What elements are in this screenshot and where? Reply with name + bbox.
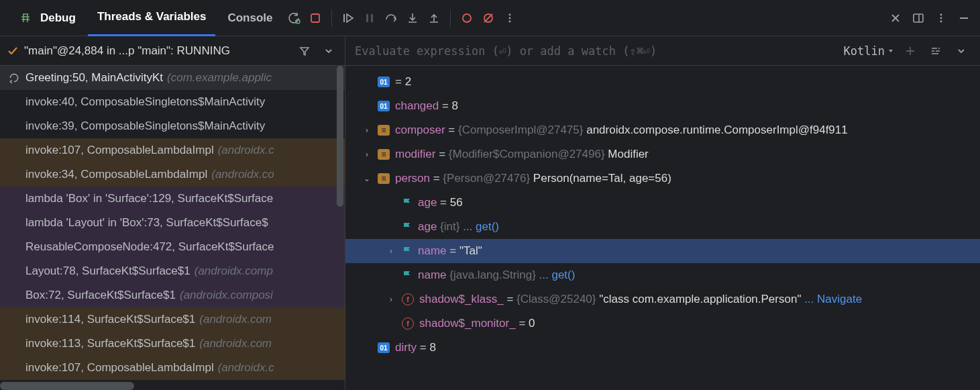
horizontal-scrollbar[interactable] [0, 382, 134, 390]
variable-row[interactable]: age = 56 [345, 191, 980, 215]
int-icon: 01 [378, 101, 390, 111]
rerun-icon[interactable] [284, 9, 303, 28]
stop-icon[interactable] [306, 9, 325, 28]
stack-frame[interactable]: ReusableComposeNode:472, SurfaceKt$Surfa… [0, 235, 345, 259]
svg-point-13 [940, 20, 942, 22]
evaluate-bar[interactable]: Evaluate expression (⏎) or add a watch (… [345, 36, 980, 66]
stack-frame[interactable]: lambda 'Box' in 'Surface':129, SurfaceKt… [0, 187, 345, 211]
variable-row[interactable]: ›name = "Tal" [345, 239, 980, 263]
step-over-icon[interactable] [382, 9, 400, 28]
int-icon: 01 [378, 77, 390, 87]
variable-row[interactable]: 01changed = 8 [345, 94, 980, 118]
variable-row[interactable]: fshadow$_monitor_ = 0 [345, 311, 980, 336]
object-icon [378, 125, 390, 136]
debug-title: Debug [40, 11, 76, 25]
class-icon: f [402, 318, 414, 330]
chevron-down-icon[interactable] [319, 42, 338, 60]
stack-frame[interactable]: lambda 'Layout' in 'Box':73, SurfaceKt$S… [0, 211, 345, 235]
more-icon[interactable] [932, 9, 950, 28]
stack-frame[interactable]: invoke:113, SurfaceKt$Surface$1 (android… [0, 332, 345, 356]
variable-row[interactable]: ›composer = {ComposerImpl@27475} android… [345, 118, 980, 142]
expand-arrow-icon[interactable]: › [386, 295, 396, 304]
view-breakpoints-icon[interactable] [457, 9, 476, 28]
resume-icon[interactable] [339, 9, 358, 28]
expand-arrow-icon[interactable]: › [362, 150, 372, 159]
svg-rect-3 [366, 14, 368, 22]
stack-frame[interactable]: invoke:40, ComposableSingletons$MainActi… [0, 90, 345, 114]
mute-breakpoints-icon[interactable] [479, 9, 498, 28]
thread-label: "main"@24,884 in ...p "main": RUNNING [24, 44, 290, 58]
frames-list[interactable]: Greeting:50, MainActivityKt (com.example… [0, 66, 345, 390]
stack-frame[interactable]: invoke:39, ComposableSingletons$MainActi… [0, 114, 345, 138]
stack-frame[interactable]: Box:72, SurfaceKt$Surface$1 (androidx.co… [0, 283, 345, 307]
variables-tree[interactable]: 01= 201changed = 8›composer = {ComposerI… [345, 66, 980, 390]
add-watch-icon[interactable] [901, 42, 920, 60]
filter-icon[interactable] [295, 42, 314, 60]
tab-console[interactable]: Console [218, 0, 282, 36]
stack-frame[interactable]: invoke:34, ComposableLambdaImpl (android… [0, 162, 345, 187]
svg-point-9 [509, 20, 511, 22]
hide-icon[interactable] [955, 9, 973, 28]
check-icon [7, 45, 19, 57]
scrollbar-thumb[interactable] [337, 66, 343, 207]
layout-icon[interactable] [909, 9, 928, 28]
svg-point-12 [940, 17, 942, 19]
int-icon: 01 [378, 342, 390, 353]
variable-row[interactable]: age {int} ... get() [345, 215, 980, 239]
class-icon: f [402, 293, 414, 305]
field-icon [402, 222, 413, 232]
svg-rect-2 [343, 14, 345, 22]
variable-row[interactable]: ›fshadow$_klass_ = {Class@25240} "class … [345, 287, 980, 311]
svg-rect-10 [914, 14, 923, 22]
step-into-icon[interactable] [403, 9, 422, 28]
debug-toolbar: Debug Threads & Variables Console [0, 0, 980, 36]
separator [331, 9, 332, 27]
expand-arrow-icon[interactable]: › [386, 246, 396, 256]
object-icon [378, 173, 390, 184]
svg-point-5 [463, 14, 471, 22]
thread-selector[interactable]: "main"@24,884 in ...p "main": RUNNING [0, 36, 345, 66]
settings-icon[interactable] [926, 42, 945, 60]
variable-row[interactable]: name {java.lang.String} ... get() [345, 263, 980, 287]
evaluate-placeholder: Evaluate expression (⏎) or add a watch (… [355, 44, 837, 58]
more-icon[interactable] [500, 9, 519, 28]
svg-point-8 [509, 17, 511, 19]
variable-row[interactable]: 01dirty = 8 [345, 336, 980, 360]
svg-point-7 [509, 13, 511, 15]
step-out-icon[interactable] [425, 9, 443, 28]
svg-point-11 [940, 13, 942, 15]
bug-icon [16, 9, 35, 28]
language-selector[interactable]: Kotlin [844, 44, 894, 58]
variable-row[interactable]: 01= 2 [345, 70, 980, 94]
chevron-down-icon[interactable] [952, 42, 971, 60]
variable-row[interactable]: ⌄person = {Person@27476} Person(name=Tal… [345, 166, 980, 191]
separator [450, 9, 451, 27]
tab-threads-variables[interactable]: Threads & Variables [88, 0, 216, 36]
stack-frame[interactable]: Greeting:50, MainActivityKt (com.example… [0, 66, 345, 90]
stack-frame[interactable]: Layout:78, SurfaceKt$Surface$1 (androidx… [0, 259, 345, 283]
expand-arrow-icon[interactable]: ⌄ [362, 174, 372, 183]
svg-rect-4 [371, 14, 373, 22]
expand-arrow-icon[interactable]: › [362, 126, 372, 135]
object-icon [378, 149, 390, 160]
pause-icon[interactable] [360, 9, 379, 28]
stack-frame[interactable]: invoke:114, SurfaceKt$Surface$1 (android… [0, 307, 345, 332]
field-icon [402, 270, 413, 281]
svg-rect-1 [311, 14, 319, 22]
field-icon [402, 197, 413, 208]
debug-title-tab[interactable]: Debug [7, 0, 85, 36]
variable-row[interactable]: ›modifier = {Modifier$Companion@27496} M… [345, 142, 980, 166]
close-icon[interactable] [886, 9, 905, 28]
field-icon [402, 246, 413, 256]
stack-frame[interactable]: invoke:107, ComposableLambdaImpl (androi… [0, 356, 345, 380]
stack-frame[interactable]: invoke:107, ComposableLambdaImpl (androi… [0, 138, 345, 162]
